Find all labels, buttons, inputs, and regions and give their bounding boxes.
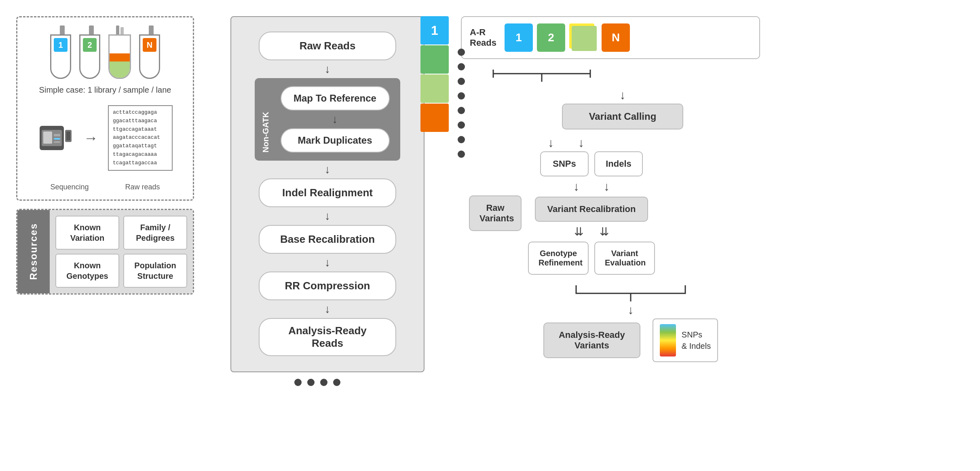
- ar-variants-row: Analysis-ReadyVariants SNPs& Indels: [543, 318, 718, 362]
- dot-b1: [294, 379, 302, 386]
- arrow-to-vc: ↓: [620, 88, 626, 102]
- arrow-5: ↓: [325, 257, 330, 268]
- double-arrow-right: ⇊: [600, 225, 609, 238]
- simple-case-label: Simple case: 1 library / sample / lane: [39, 85, 171, 95]
- ar-sample-stacked: [569, 23, 598, 52]
- svg-rect-5: [54, 141, 60, 143]
- snps-indels-col: SNPs Indels ↓ ↓ Variant Recalibration ⇊ …: [528, 151, 655, 275]
- dots-bottom-row: [294, 379, 340, 386]
- bracket-row: [485, 66, 760, 82]
- arrow-to-snps-indels: ↓: [578, 136, 584, 150]
- ar-reads-box: A-RReads 1 2 N: [461, 16, 760, 59]
- merge-bracket-svg: [564, 281, 697, 301]
- non-gatk-section: Non-GATK Map To Reference ↓ Mark Duplica…: [255, 78, 400, 161]
- resources-label: Resources: [28, 223, 39, 280]
- step-base-recal: Base Recalibration: [259, 225, 396, 254]
- arrow-4: ↓: [325, 210, 330, 222]
- arrow-2: ↓: [332, 114, 338, 125]
- tab-3: [420, 74, 449, 103]
- variant-calling-section: ↓ Variant Calling: [485, 88, 760, 129]
- tube-3: [108, 25, 131, 79]
- step-map-to-ref: Map To Reference: [281, 86, 390, 110]
- resources-label-container: Resources: [17, 210, 50, 293]
- legend-gradient: [660, 324, 676, 356]
- legend-box: SNPs& Indels: [653, 318, 718, 362]
- svg-rect-3: [54, 134, 60, 136]
- pipeline-main: Raw Reads ↓ Non-GATK Map To Reference ↓ …: [230, 16, 425, 372]
- dot-b3: [320, 379, 327, 386]
- left-panel: 1 2: [16, 16, 194, 295]
- legend-text: SNPs& Indels: [682, 329, 711, 352]
- dot-1: [458, 49, 465, 56]
- pipeline-stack-wrapper: 1 Raw Reads ↓ Non-GATK Map To Reference …: [230, 16, 425, 372]
- dot-7: [458, 136, 465, 143]
- arrow-6: ↓: [325, 303, 330, 315]
- dot-6: [458, 121, 465, 129]
- geno-eval-row: GenotypeRefinement VariantEvaluation: [528, 242, 655, 275]
- step-raw-reads: Raw Reads: [259, 32, 396, 60]
- dot-b2: [307, 379, 315, 386]
- tab-n: [420, 104, 449, 132]
- dot-b4: [333, 379, 340, 386]
- tubes-row: 1 2: [50, 25, 160, 79]
- seq-reads-labels: Sequencing Raw reads: [50, 183, 160, 191]
- resource-family-pedigrees: Family /Pedigrees: [123, 216, 187, 250]
- step-rr-compression: RR Compression: [259, 272, 396, 300]
- non-gatk-steps: Map To Reference ↓ Mark Duplicates: [276, 86, 394, 153]
- dots-column: [458, 49, 465, 158]
- step-ar-reads: Analysis-ReadyReads: [259, 318, 396, 356]
- step-mark-dups: Mark Duplicates: [281, 128, 390, 153]
- arrow-to-arv: ↓: [628, 303, 634, 317]
- sequencing-row: → acttatccaggaga ggacatttaagaca ttgaccag…: [38, 101, 173, 175]
- non-gatk-label: Non-GATK: [261, 86, 270, 153]
- tube-n: N: [139, 25, 160, 79]
- arrow-1: ↓: [325, 64, 330, 75]
- main-container: 1 2: [0, 0, 980, 471]
- sequencing-label: Sequencing: [50, 183, 89, 191]
- ar-variants-step: Analysis-ReadyVariants: [543, 322, 640, 358]
- dot-2: [458, 63, 465, 70]
- resource-population-structure: Population Structure: [123, 254, 187, 288]
- genotype-refinement-step: GenotypeRefinement: [528, 242, 589, 275]
- arrow-snps-down: ↓: [573, 180, 579, 193]
- variants-split-row: ↓ ↓ RawVariants SNPs Indels ↓ ↓: [469, 136, 760, 275]
- double-arrow-left: ⇊: [574, 225, 583, 238]
- samples-box: 1 2: [16, 16, 194, 201]
- tube-1: 1: [50, 25, 71, 79]
- sequencer-icon: [38, 122, 74, 154]
- step-indel-realignment: Indel Realignment: [259, 178, 396, 207]
- right-panel: A-RReads 1 2 N ↓ Va: [461, 16, 760, 362]
- ar-sample-n: N: [602, 23, 630, 52]
- arrow-to-reads: →: [84, 129, 98, 146]
- arrow-3: ↓: [325, 164, 330, 175]
- dot-5: [458, 107, 465, 114]
- dot-3: [458, 78, 465, 85]
- raw-variants-col: ↓ ↓ RawVariants SNPs Indels ↓ ↓: [469, 136, 655, 275]
- variant-evaluation-step: VariantEvaluation: [594, 242, 655, 275]
- rv-snps-indels: RawVariants SNPs Indels ↓ ↓ Variant Reca…: [469, 151, 655, 275]
- ar-sample-2: 2: [537, 23, 565, 52]
- ar-reads-label: A-RReads: [470, 27, 496, 48]
- resources-grid: Known Variation Family /Pedigrees Known …: [50, 210, 193, 293]
- arrow-indels-down: ↓: [604, 180, 610, 193]
- variant-recal-step: Variant Recalibration: [535, 197, 648, 222]
- snps-step: SNPs: [540, 151, 589, 176]
- snps-indels-row: SNPs Indels: [540, 151, 643, 176]
- arrow-to-rv: ↓: [548, 136, 554, 150]
- resource-known-variation: Known Variation: [55, 216, 119, 250]
- indels-step: Indels: [594, 151, 643, 176]
- ar-variants-section: ↓ Analysis-ReadyVariants SNPs& Indels: [501, 281, 760, 362]
- recal-arrows-row: ⇊ ⇊: [574, 225, 609, 238]
- bracket-svg: [485, 66, 598, 82]
- dot-4: [458, 92, 465, 100]
- svg-rect-7: [66, 132, 70, 140]
- ar-sample-1: 1: [505, 23, 533, 52]
- resources-box: Resources Known Variation Family /Pedigr…: [16, 209, 194, 295]
- svg-rect-4: [54, 138, 60, 140]
- tube-2: 2: [79, 25, 100, 79]
- dot-8: [458, 151, 465, 158]
- svg-rect-2: [43, 132, 52, 144]
- raw-variants-step: RawVariants: [469, 195, 522, 231]
- middle-panel: 1 Raw Reads ↓ Non-GATK Map To Reference …: [206, 16, 449, 386]
- tab-1: 1: [420, 16, 449, 45]
